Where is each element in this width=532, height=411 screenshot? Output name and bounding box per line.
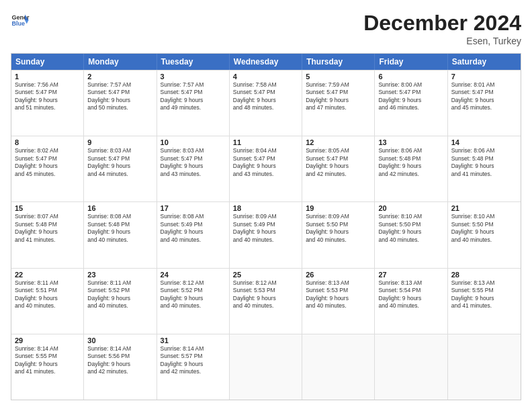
day-info: Sunrise: 8:14 AMSunset: 5:55 PMDaylight:…: [15, 345, 80, 376]
day-cell-27: 27Sunrise: 8:13 AMSunset: 5:54 PMDayligh…: [375, 269, 447, 334]
day-number: 26: [306, 271, 371, 279]
day-cell-16: 16Sunrise: 8:08 AMSunset: 5:48 PMDayligh…: [84, 202, 157, 267]
day-number: 29: [15, 336, 80, 345]
day-info: Sunrise: 8:09 AMSunset: 5:49 PMDaylight:…: [233, 213, 298, 244]
day-number: 3: [161, 73, 226, 81]
day-info: Sunrise: 8:14 AMSunset: 5:56 PMDaylight:…: [87, 345, 152, 376]
day-info: Sunrise: 7:57 AMSunset: 5:47 PMDaylight:…: [87, 81, 152, 112]
day-number: 4: [233, 73, 298, 81]
day-number: 22: [15, 271, 80, 279]
day-cell-31: 31Sunrise: 8:14 AMSunset: 5:57 PMDayligh…: [157, 334, 230, 400]
day-info: Sunrise: 8:11 AMSunset: 5:51 PMDaylight:…: [15, 279, 80, 310]
day-number: 17: [161, 204, 226, 212]
day-info: Sunrise: 8:08 AMSunset: 5:49 PMDaylight:…: [161, 213, 226, 244]
week-row-2: 8Sunrise: 8:02 AMSunset: 5:47 PMDaylight…: [11, 136, 521, 201]
day-cell-2: 2Sunrise: 7:57 AMSunset: 5:47 PMDaylight…: [84, 71, 157, 136]
day-header-friday: Friday: [375, 54, 447, 70]
day-header-monday: Monday: [84, 54, 157, 70]
page: General Blue December 2024 Esen, Turkey …: [0, 0, 532, 411]
day-info: Sunrise: 8:03 AMSunset: 5:47 PMDaylight:…: [161, 147, 226, 178]
day-cell-15: 15Sunrise: 8:07 AMSunset: 5:48 PMDayligh…: [11, 202, 84, 267]
day-info: Sunrise: 8:10 AMSunset: 5:50 PMDaylight:…: [378, 213, 443, 244]
day-info: Sunrise: 8:01 AMSunset: 5:47 PMDaylight:…: [451, 81, 517, 112]
day-info: Sunrise: 8:13 AMSunset: 5:53 PMDaylight:…: [306, 279, 371, 310]
day-number: 8: [15, 138, 80, 146]
day-number: 10: [161, 138, 226, 146]
day-header-tuesday: Tuesday: [157, 54, 230, 70]
day-cell-25: 25Sunrise: 8:12 AMSunset: 5:53 PMDayligh…: [230, 269, 302, 334]
day-info: Sunrise: 8:13 AMSunset: 5:55 PMDaylight:…: [451, 279, 517, 310]
day-cell-8: 8Sunrise: 8:02 AMSunset: 5:47 PMDaylight…: [11, 136, 84, 201]
day-info: Sunrise: 8:00 AMSunset: 5:47 PMDaylight:…: [378, 81, 443, 112]
logo-icon: General Blue: [11, 11, 30, 30]
week-row-4: 22Sunrise: 8:11 AMSunset: 5:51 PMDayligh…: [11, 268, 521, 334]
day-number: 27: [378, 271, 443, 279]
calendar-header: SundayMondayTuesdayWednesdayThursdayFrid…: [11, 54, 521, 70]
day-header-saturday: Saturday: [448, 54, 521, 70]
day-cell-18: 18Sunrise: 8:09 AMSunset: 5:49 PMDayligh…: [230, 202, 302, 267]
day-number: 6: [378, 73, 443, 81]
day-info: Sunrise: 8:05 AMSunset: 5:47 PMDaylight:…: [306, 147, 371, 178]
day-number: 31: [161, 336, 226, 345]
month-title: December 2024: [363, 11, 521, 36]
day-cell-24: 24Sunrise: 8:12 AMSunset: 5:52 PMDayligh…: [157, 269, 230, 334]
day-info: Sunrise: 8:04 AMSunset: 5:47 PMDaylight:…: [233, 147, 298, 178]
day-number: 1: [15, 73, 80, 81]
day-info: Sunrise: 8:06 AMSunset: 5:48 PMDaylight:…: [378, 147, 443, 178]
day-number: 11: [233, 138, 298, 146]
day-cell-10: 10Sunrise: 8:03 AMSunset: 5:47 PMDayligh…: [157, 136, 230, 201]
day-cell-9: 9Sunrise: 8:03 AMSunset: 5:47 PMDaylight…: [84, 136, 157, 201]
day-info: Sunrise: 7:56 AMSunset: 5:47 PMDaylight:…: [15, 81, 80, 112]
day-info: Sunrise: 8:08 AMSunset: 5:48 PMDaylight:…: [87, 213, 152, 244]
day-info: Sunrise: 7:59 AMSunset: 5:47 PMDaylight:…: [306, 81, 371, 112]
header-right: December 2024 Esen, Turkey: [363, 11, 521, 46]
day-number: 13: [378, 138, 443, 146]
svg-marker-3: [25, 20, 29, 24]
day-number: 5: [306, 73, 371, 81]
logo: General Blue: [11, 11, 30, 30]
location: Esen, Turkey: [363, 36, 521, 46]
day-cell-22: 22Sunrise: 8:11 AMSunset: 5:51 PMDayligh…: [11, 269, 84, 334]
day-info: Sunrise: 7:58 AMSunset: 5:47 PMDaylight:…: [233, 81, 298, 112]
day-cell-empty: [230, 334, 302, 400]
day-number: 20: [378, 204, 443, 212]
day-number: 24: [161, 271, 226, 279]
day-number: 18: [233, 204, 298, 212]
week-row-1: 1Sunrise: 7:56 AMSunset: 5:47 PMDaylight…: [11, 70, 521, 136]
day-header-thursday: Thursday: [302, 54, 375, 70]
day-info: Sunrise: 8:06 AMSunset: 5:48 PMDaylight:…: [451, 147, 517, 178]
day-cell-21: 21Sunrise: 8:10 AMSunset: 5:50 PMDayligh…: [448, 202, 521, 267]
svg-text:Blue: Blue: [11, 20, 25, 27]
day-header-wednesday: Wednesday: [230, 54, 302, 70]
day-cell-3: 3Sunrise: 7:57 AMSunset: 5:47 PMDaylight…: [157, 71, 230, 136]
day-cell-23: 23Sunrise: 8:11 AMSunset: 5:52 PMDayligh…: [84, 269, 157, 334]
day-cell-empty: [302, 334, 375, 400]
day-cell-11: 11Sunrise: 8:04 AMSunset: 5:47 PMDayligh…: [230, 136, 302, 201]
day-number: 25: [233, 271, 298, 279]
day-cell-28: 28Sunrise: 8:13 AMSunset: 5:55 PMDayligh…: [448, 269, 521, 334]
day-info: Sunrise: 7:57 AMSunset: 5:47 PMDaylight:…: [161, 81, 226, 112]
day-info: Sunrise: 8:10 AMSunset: 5:50 PMDaylight:…: [451, 213, 517, 244]
day-cell-19: 19Sunrise: 8:09 AMSunset: 5:50 PMDayligh…: [302, 202, 375, 267]
day-cell-1: 1Sunrise: 7:56 AMSunset: 5:47 PMDaylight…: [11, 71, 84, 136]
day-header-sunday: Sunday: [11, 54, 84, 70]
day-cell-29: 29Sunrise: 8:14 AMSunset: 5:55 PMDayligh…: [11, 334, 84, 400]
day-cell-30: 30Sunrise: 8:14 AMSunset: 5:56 PMDayligh…: [84, 334, 157, 400]
week-row-5: 29Sunrise: 8:14 AMSunset: 5:55 PMDayligh…: [11, 334, 521, 400]
day-info: Sunrise: 8:03 AMSunset: 5:47 PMDaylight:…: [87, 147, 152, 178]
day-cell-empty: [375, 334, 447, 400]
day-info: Sunrise: 8:09 AMSunset: 5:50 PMDaylight:…: [306, 213, 371, 244]
day-cell-17: 17Sunrise: 8:08 AMSunset: 5:49 PMDayligh…: [157, 202, 230, 267]
day-cell-20: 20Sunrise: 8:10 AMSunset: 5:50 PMDayligh…: [375, 202, 447, 267]
day-info: Sunrise: 8:02 AMSunset: 5:47 PMDaylight:…: [15, 147, 80, 178]
header: General Blue December 2024 Esen, Turkey: [11, 11, 521, 46]
day-number: 12: [306, 138, 371, 146]
day-cell-empty: [448, 334, 521, 400]
day-number: 9: [87, 138, 152, 146]
day-number: 15: [15, 204, 80, 212]
day-cell-5: 5Sunrise: 7:59 AMSunset: 5:47 PMDaylight…: [302, 71, 375, 136]
day-info: Sunrise: 8:13 AMSunset: 5:54 PMDaylight:…: [378, 279, 443, 310]
day-number: 16: [87, 204, 152, 212]
day-number: 21: [451, 204, 517, 212]
day-number: 14: [451, 138, 517, 146]
